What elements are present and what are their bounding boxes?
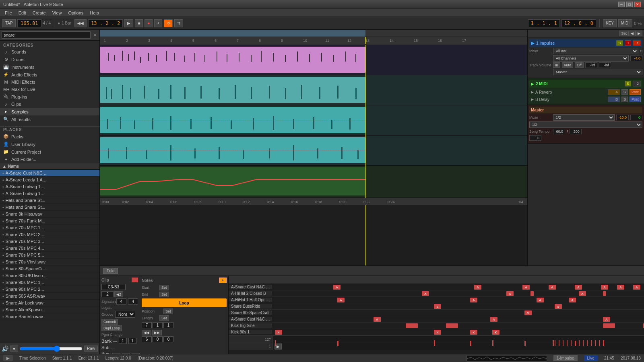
key-button[interactable]: KEY: [603, 19, 617, 27]
file-item-15[interactable]: ▪ Snare 80sUKDisco...: [0, 272, 99, 279]
file-item-19[interactable]: ▪ Snare Air Lock.wav: [0, 300, 99, 306]
drum-cells-6[interactable]: [273, 323, 644, 329]
file-item-5[interactable]: ▪ Hats and Snare St...: [0, 204, 99, 211]
mixer-select-1-2[interactable]: All Channels: [553, 55, 629, 62]
file-item-8[interactable]: ▪ Snare 70s MPC 1...: [0, 224, 99, 231]
loop-region-highlight[interactable]: [100, 30, 365, 37]
follow-button[interactable]: ⇉: [174, 19, 183, 27]
menu-create[interactable]: Create: [29, 10, 49, 16]
sig-den[interactable]: [128, 298, 138, 304]
pgm-num3[interactable]: [132, 353, 140, 354]
reverb-s[interactable]: S: [621, 89, 628, 95]
file-item-13[interactable]: ▪ Snare 70s Vinyl.wav: [0, 259, 99, 265]
track-clip-2[interactable]: [100, 77, 365, 103]
file-item-12[interactable]: ▪ Snare 70s MPC 5...: [0, 252, 99, 259]
start-set-button[interactable]: Set: [159, 285, 169, 290]
master-select-2[interactable]: 1/2: [529, 121, 642, 128]
file-item-0[interactable]: ▪ A-Snare Cust N&C ...: [0, 170, 99, 177]
tracks-container[interactable]: 0:00 0:02 0:04 0:06 0:08 0:10 0:12 0:14 …: [100, 45, 527, 265]
tap-button[interactable]: TAP: [2, 19, 16, 27]
track1-s-button[interactable]: S: [616, 40, 623, 46]
search-input[interactable]: [2, 31, 91, 39]
record-button[interactable]: ●: [144, 19, 153, 27]
midi-button[interactable]: MIDI: [618, 19, 632, 27]
drum-cells-7[interactable]: K K K K K K: [273, 329, 644, 335]
cat-samples[interactable]: ▸ Samples: [0, 108, 99, 115]
mixer-expand-button[interactable]: ▶: [636, 31, 642, 36]
cat-sounds[interactable]: ♪ Sounds: [0, 48, 99, 56]
file-item-11[interactable]: ▪ Snare 70s MPC 4...: [0, 245, 99, 252]
auto-in-btn[interactable]: In: [553, 62, 560, 68]
length-beats[interactable]: [153, 322, 163, 328]
reverb-post[interactable]: Post: [630, 89, 641, 95]
maximize-button[interactable]: □: [626, 2, 633, 7]
track-clip-1[interactable]: [100, 47, 365, 73]
fold-button[interactable]: Fold: [103, 268, 118, 274]
place-current-project[interactable]: 📁 Current Project: [0, 148, 99, 156]
dupl-loop-button[interactable]: Dupl.Loop: [101, 325, 122, 331]
track1-number[interactable]: 1: [633, 40, 641, 46]
bar-pos-display[interactable]: 1 . 1 . 1: [528, 19, 560, 27]
mixer-select-1-4[interactable]: Master: [553, 69, 642, 75]
menu-help[interactable]: Help: [87, 10, 102, 16]
stop-button[interactable]: ■: [135, 19, 143, 27]
length-bars[interactable]: [142, 322, 152, 328]
place-packs[interactable]: 📦 Packs: [0, 133, 99, 140]
pgm-num2[interactable]: [122, 353, 130, 354]
val-c[interactable]: [163, 336, 173, 342]
track1-r-button[interactable]: R: [625, 40, 632, 46]
file-item-7[interactable]: ▪ Snare 70s Funk M...: [0, 218, 99, 224]
file-item-6[interactable]: ▪ Snare 3k Hiss.wav: [0, 211, 99, 218]
file-item-4[interactable]: ▪ Hats and Snare St...: [0, 197, 99, 204]
position-display[interactable]: 13 . 2 . 2: [88, 19, 123, 27]
track2-s-button[interactable]: S: [625, 81, 631, 86]
drum-cells-3[interactable]: S S S S S: [273, 303, 644, 310]
file-item-17[interactable]: ▪ Snare 90s MPC 2...: [0, 286, 99, 293]
file-item-21[interactable]: ▪ Snare BamVin.wav: [0, 313, 99, 320]
live-badge[interactable]: Live: [584, 355, 598, 361]
bank-num2[interactable]: [128, 338, 136, 344]
file-item-14[interactable]: ▪ Snare 80sSpaceCr...: [0, 265, 99, 272]
length-sub[interactable]: [163, 322, 173, 328]
menu-edit[interactable]: Edit: [15, 10, 29, 16]
val-b[interactable]: [153, 336, 163, 342]
drum-cells-0[interactable]: A A A A A A: [273, 284, 644, 290]
val-a[interactable]: [142, 336, 152, 342]
drum-cells-2[interactable]: A A A A A A: [273, 297, 644, 303]
end-set-button[interactable]: Set: [159, 292, 169, 297]
mixer-set-button[interactable]: Set: [619, 31, 629, 36]
clip-color-swatch[interactable]: [132, 278, 138, 282]
loop-end-display[interactable]: 12 . 0 . 0: [561, 19, 596, 27]
mixer-snap-button[interactable]: ◀: [629, 31, 636, 36]
cat-plugins[interactable]: 🔌 Plug-ins: [0, 93, 99, 101]
file-item-10[interactable]: ▪ Snare 70s MPC 3...: [0, 238, 99, 245]
minimize-button[interactable]: ─: [618, 2, 625, 7]
menu-options[interactable]: Options: [65, 10, 87, 16]
cat-instruments[interactable]: 🎹 Instruments: [0, 63, 99, 71]
file-item-3[interactable]: ▪ A-Snare Ludwig 1...: [0, 190, 99, 197]
close-button[interactable]: ✕: [634, 2, 641, 7]
nudge-down[interactable]: ◀2: [114, 291, 123, 297]
master-select-1[interactable]: 1/2: [553, 114, 615, 121]
file-item-20[interactable]: ▪ Snare AlienSpawn...: [0, 306, 99, 313]
file-item-18[interactable]: ▪ Snare 505 ASR.wav: [0, 293, 99, 300]
drum-cells-1[interactable]: A A A A A: [273, 290, 644, 297]
delay-s[interactable]: S: [621, 97, 628, 102]
play-button[interactable]: ▶: [124, 19, 133, 27]
commit-button[interactable]: Commit: [101, 319, 118, 325]
bank-num1[interactable]: [119, 338, 127, 344]
file-item-1[interactable]: ▪ A-Snare Leedy 1 A...: [0, 177, 99, 183]
preview-toggle[interactable]: ●: [10, 346, 18, 352]
status-play-button[interactable]: ▶: [3, 355, 13, 361]
nav-prev[interactable]: ◀◀: [142, 330, 151, 335]
file-item-16[interactable]: ▪ Snare 90s MPC 1...: [0, 279, 99, 286]
groove-select[interactable]: None: [115, 311, 135, 318]
place-user-library[interactable]: 👤 User Library: [0, 140, 99, 148]
raw-button[interactable]: Raw: [84, 346, 98, 352]
auto-off-btn[interactable]: Off: [575, 62, 584, 68]
menu-file[interactable]: File: [2, 10, 15, 16]
pgm-num1[interactable]: [112, 353, 120, 354]
auto-auto-btn[interactable]: Auto: [562, 62, 574, 68]
overdub-button[interactable]: +: [154, 19, 162, 27]
position-set-button[interactable]: Set: [163, 309, 173, 314]
